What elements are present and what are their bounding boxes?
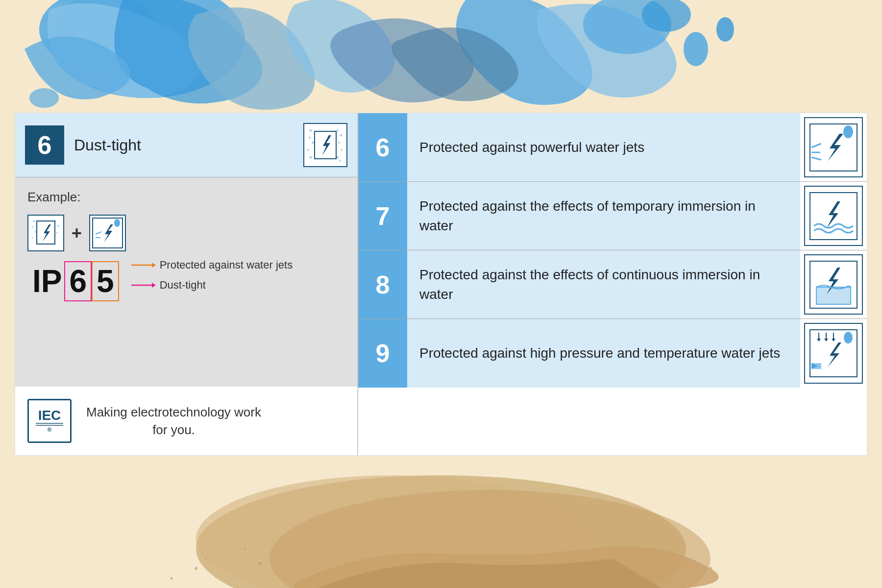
dust-bolt-icon (306, 125, 345, 165)
svg-point-39 (33, 220, 35, 222)
svg-point-13 (205, 558, 207, 560)
ip-digit-5: 5 (92, 261, 119, 301)
ip-desc-6: Protected against powerful water jets (407, 113, 800, 181)
ip-badge-7: 7 (358, 182, 407, 250)
svg-point-15 (244, 548, 246, 550)
example-formula: + (27, 215, 345, 251)
ip-row-7: 7 Protected against the effects of tempo… (358, 182, 867, 250)
ip-icon-7 (804, 186, 863, 246)
svg-point-28 (307, 149, 309, 151)
water-splash-decoration (0, 0, 882, 118)
svg-point-45 (57, 225, 59, 227)
svg-point-12 (195, 567, 197, 570)
ip-row-8: 8 Protected against the effects of conti… (358, 250, 867, 319)
svg-marker-57 (152, 283, 156, 288)
dust-tight-label-arrow: Dust-tight (160, 279, 206, 292)
ip-row-9: 9 Protected against high pressure and te… (358, 319, 867, 388)
svg-point-41 (32, 226, 34, 228)
example-water-icon (89, 215, 126, 251)
ip-icon-6 (804, 117, 863, 177)
ip-text: IP (32, 263, 62, 299)
example-and-iec: Example: (15, 177, 357, 455)
svg-point-31 (337, 129, 339, 131)
ip-row-6: 6 Protected against powerful water jets (358, 113, 867, 182)
left-panel: 6 Dust-tight (15, 113, 358, 455)
svg-point-36 (339, 160, 341, 162)
iec-logo: IEC ® (27, 399, 72, 443)
dust-number-badge: 6 (25, 125, 64, 165)
svg-point-34 (341, 149, 343, 151)
svg-point-16 (258, 562, 261, 565)
ip-badge-6: 6 (358, 113, 407, 181)
svg-marker-55 (152, 263, 156, 268)
example-dust-icon (27, 215, 64, 251)
example-section: Example: (15, 177, 357, 387)
ip-desc-9: Protected against high pressure and temp… (407, 319, 800, 388)
dust-icon-box (303, 123, 347, 167)
iec-logo-text: IEC (38, 409, 61, 422)
svg-point-30 (310, 156, 312, 159)
right-panel: 6 Protected against powerful water jets (358, 113, 867, 455)
immersion-cont-icon (809, 260, 858, 309)
ip-desc-7: Protected against the effects of tempora… (407, 182, 800, 250)
ip-arrows: Protected against water jets Dust-tight (131, 271, 293, 292)
ip-desc-8: Protected against the effects of continu… (407, 250, 800, 318)
ip-display: IP 6 5 Protected against water jet (32, 261, 345, 301)
water-jet-label: Protected against water jets (160, 259, 293, 271)
svg-point-14 (171, 577, 173, 580)
iec-tagline: Making electrotechnology workfor you. (86, 403, 261, 439)
svg-point-27 (312, 142, 315, 144)
ip-badge-9: 9 (358, 319, 407, 388)
ip-icon-9 (804, 323, 863, 384)
svg-point-17 (293, 553, 295, 555)
svg-point-26 (309, 137, 311, 139)
svg-point-43 (32, 237, 33, 239)
main-content: 6 Dust-tight (15, 113, 867, 456)
svg-point-46 (56, 232, 58, 234)
example-label: Example: (27, 190, 345, 205)
svg-point-5 (684, 32, 708, 66)
dust-tight-row: 6 Dust-tight (15, 113, 357, 177)
water-jet-icon (809, 123, 858, 172)
plus-sign: + (72, 223, 82, 244)
arrow-row-water: Protected against water jets (131, 259, 293, 271)
svg-point-24 (310, 129, 312, 132)
svg-rect-69 (816, 287, 851, 304)
ip-badge-8: 8 (358, 250, 407, 318)
arrow-pink-icon (131, 280, 156, 290)
iec-registered-mark: ® (48, 426, 52, 433)
iec-lines-icon (35, 422, 64, 426)
svg-point-61 (843, 125, 853, 138)
svg-point-33 (338, 142, 340, 144)
arrow-row-dust: Dust-tight (131, 279, 293, 292)
arrow-orange-icon (131, 260, 156, 270)
dust-tight-label: Dust-tight (74, 136, 303, 154)
high-pressure-icon (809, 329, 858, 378)
iec-section: IEC ® Making electrotechnology workfor y… (15, 387, 357, 455)
svg-point-7 (29, 88, 59, 108)
svg-point-50 (114, 219, 120, 227)
sand-decoration (0, 451, 882, 588)
immersion-temp-icon (809, 192, 858, 241)
svg-point-32 (340, 134, 343, 137)
ip-icon-8 (804, 254, 863, 315)
svg-point-35 (337, 156, 339, 159)
ip-digit-6: 6 (64, 261, 92, 301)
svg-point-79 (844, 332, 853, 343)
svg-point-6 (716, 17, 734, 42)
